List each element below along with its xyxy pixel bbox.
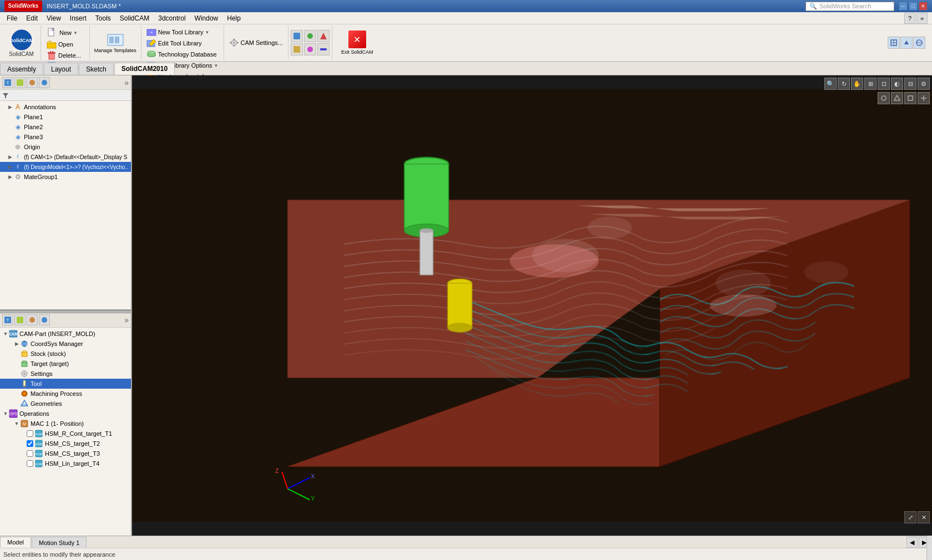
viewport-maximize-btn[interactable]: ⤢: [904, 511, 916, 523]
toolbar-icon-6[interactable]: [317, 43, 330, 55]
manage-templates-button[interactable]: Manage Templates: [92, 31, 139, 54]
vp-section-btn[interactable]: ⊡: [878, 78, 890, 90]
tree-item-hsm1[interactable]: HSM HSM_R_Cont_target_T1: [0, 429, 131, 439]
tree-item-origin[interactable]: ⊕ Origin: [0, 142, 131, 152]
vp-wireframe-btn[interactable]: ⊟: [904, 78, 916, 90]
vp-extra-btn-4[interactable]: [918, 92, 930, 104]
tree-item-mategroup1[interactable]: ▶ ⚙ MateGroup1: [0, 172, 131, 182]
menu-3dcontrol[interactable]: 3dcontrol: [154, 13, 190, 23]
hsm1-checkbox[interactable]: [27, 430, 33, 437]
vp-shading-btn[interactable]: ◐: [891, 78, 903, 90]
svg-marker-85: [894, 95, 900, 100]
svg-rect-103: [448, 283, 472, 328]
minimize-button[interactable]: ─: [899, 2, 908, 11]
tree-item-target[interactable]: Target (target): [0, 359, 131, 369]
svg-rect-63: [23, 361, 26, 363]
vp-rotate-btn[interactable]: ↻: [838, 78, 850, 90]
vp-extra-btn-3[interactable]: [904, 92, 916, 104]
svg-rect-86: [908, 96, 913, 100]
menu-view[interactable]: View: [42, 13, 65, 23]
help-icon[interactable]: ?: [904, 13, 915, 24]
tree-item-hsm4[interactable]: HSM HSM_Lin_target_T4: [0, 459, 131, 469]
tree-item-tool[interactable]: Tool: [0, 379, 131, 389]
svg-point-55: [42, 317, 47, 323]
tree-item-cam-part[interactable]: ▼ CAM CAM-Part (INSERT_MOLD): [0, 329, 131, 339]
vp-extra-btn-2[interactable]: [891, 92, 903, 104]
tree-item-plane1[interactable]: ◈ Plane1: [0, 112, 131, 122]
tab-sketch[interactable]: Sketch: [79, 63, 114, 75]
tree-item-geometries[interactable]: Geometries: [0, 399, 131, 409]
tab-solidcam2010[interactable]: SolidCAM2010: [114, 63, 175, 75]
tree-item-settings[interactable]: Settings: [0, 369, 131, 379]
vp-settings-btn[interactable]: ⚙: [918, 78, 930, 90]
menu-tools[interactable]: Tools: [91, 13, 115, 23]
vp-zoom-btn[interactable]: 🔍: [824, 78, 837, 90]
feature-tree-icon-4[interactable]: [39, 77, 50, 88]
toolbar-icon-4[interactable]: [291, 43, 303, 55]
tree-item-mac1[interactable]: ▼ M MAC 1 (1- Position): [0, 419, 131, 429]
technology-database-button[interactable]: Technology Database: [145, 49, 219, 59]
menu-help[interactable]: Help: [222, 13, 245, 23]
edit-tool-library-button[interactable]: Edit Tool Library: [145, 38, 204, 48]
tree-item-stock[interactable]: Stock (stock): [0, 349, 131, 359]
new-button[interactable]: New ▼: [43, 27, 81, 39]
tree-item-hsm2[interactable]: HSM HSM_CS_target_T2: [0, 439, 131, 449]
menu-insert[interactable]: Insert: [65, 13, 91, 23]
menu-file[interactable]: File: [2, 13, 22, 23]
delete-button[interactable]: Delete...: [43, 50, 87, 61]
tab-layout[interactable]: Layout: [44, 63, 78, 75]
view-icon-3[interactable]: [913, 37, 925, 49]
toolbar-icon-3[interactable]: [317, 30, 330, 42]
cam-settings-button[interactable]: CAM Settings...: [227, 38, 285, 48]
cam-tree-icon-2[interactable]: [14, 314, 26, 325]
maximize-button[interactable]: □: [909, 2, 918, 11]
open-button[interactable]: Open: [43, 39, 87, 50]
tree-item-plane3[interactable]: ◈ Plane3: [0, 132, 131, 142]
view-icon-2[interactable]: [900, 37, 913, 49]
tree-item-design-model[interactable]: ▶ f (f) DesignModel<1>->? (Vychozi<<Vych…: [0, 162, 131, 172]
tree-item-plane2[interactable]: ◈ Plane2: [0, 122, 131, 132]
toolbar-icon-2[interactable]: [304, 30, 316, 42]
feature-tree-icon-2[interactable]: [14, 77, 26, 88]
mold-3d-view[interactable]: X Y Z: [132, 75, 932, 536]
tree-item-cam1[interactable]: ▶ f (f) CAM<1> (Default<<Default>_Displa…: [0, 152, 131, 162]
viewport-close-btn[interactable]: ✕: [918, 511, 930, 523]
feature-tree-icon-3[interactable]: [27, 77, 38, 88]
svg-rect-35: [293, 33, 300, 39]
svg-text:T: T: [7, 318, 9, 323]
tab-assembly[interactable]: Assembly: [0, 63, 43, 75]
menu-edit[interactable]: Edit: [22, 13, 42, 23]
expand-icon[interactable]: »: [916, 13, 928, 24]
toolbar-icon-1[interactable]: [291, 30, 303, 42]
cam-tree-icon-4[interactable]: [39, 314, 50, 325]
tree-item-hsm3[interactable]: HSM HSM_CS_target_T3: [0, 449, 131, 459]
cam-tree-icon-1[interactable]: T: [2, 314, 13, 325]
menu-solidcam[interactable]: SolidCAM: [115, 13, 154, 23]
panel-expand-button[interactable]: »: [124, 78, 129, 87]
view-icon-1[interactable]: [888, 37, 900, 49]
cam-panel-expand-button[interactable]: »: [124, 315, 129, 324]
search-box[interactable]: 🔍 SolidWorks Search: [806, 2, 894, 11]
tree-item-annotations[interactable]: ▶ A Annotations: [0, 102, 131, 112]
tree-item-machining-process[interactable]: Machining Process: [0, 389, 131, 399]
toolbar-icon-5[interactable]: [304, 43, 316, 55]
svg-rect-33: [230, 42, 231, 43]
tree-item-coordsys[interactable]: ▶ CS CoordSys Manager: [0, 339, 131, 349]
model-tab-motion-study[interactable]: Motion Study 1: [32, 537, 87, 548]
tree-item-operations[interactable]: ▼ OPS Operations: [0, 409, 131, 419]
close-button[interactable]: ✕: [919, 2, 928, 11]
hsm3-checkbox[interactable]: [27, 450, 33, 457]
vp-extra-btn-1[interactable]: [878, 92, 890, 104]
search-icon: 🔍: [809, 3, 817, 10]
model-tab-model[interactable]: Model: [0, 537, 31, 548]
vp-pan-btn[interactable]: ✋: [851, 78, 863, 90]
menu-window[interactable]: Window: [190, 13, 223, 23]
cam-tree-icon-3[interactable]: [27, 314, 38, 325]
hsm4-checkbox[interactable]: [27, 460, 33, 467]
vp-fit-btn[interactable]: ⊞: [864, 78, 877, 90]
feature-tree-icon-1[interactable]: T: [2, 77, 13, 88]
exit-solidcam-button[interactable]: ✕ Exit SolidCAM: [337, 29, 378, 56]
new-tool-library-button[interactable]: + New Tool Library ▼: [145, 27, 211, 37]
model-tab-icon-1[interactable]: ◀: [906, 537, 918, 548]
hsm2-checkbox[interactable]: [27, 440, 33, 447]
